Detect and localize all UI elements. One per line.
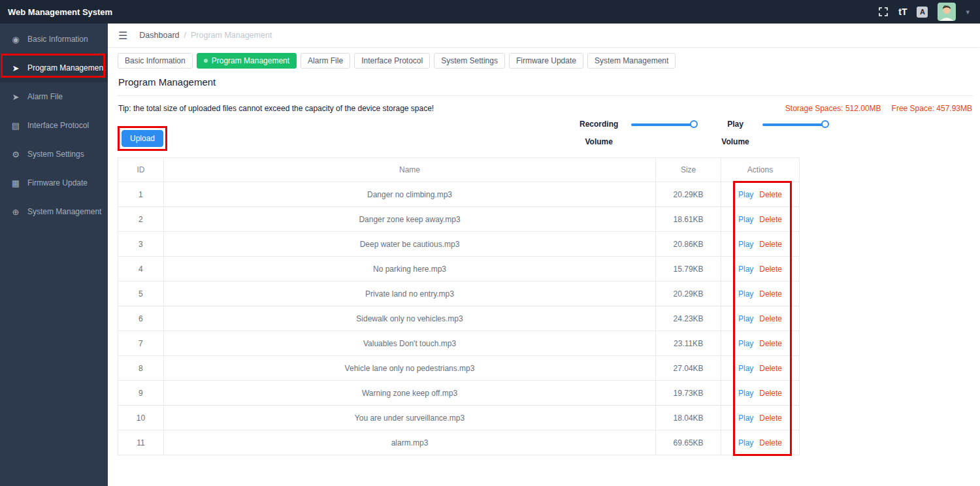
fullscreen-icon[interactable]: [878, 7, 889, 17]
cell-name: Deep water be cautious.mp3: [163, 232, 655, 257]
gear-icon: ⚙: [11, 150, 20, 159]
cell-actions: PlayDelete: [721, 381, 800, 406]
play-link[interactable]: Play: [738, 314, 753, 323]
cell-actions: PlayDelete: [721, 232, 800, 257]
tab-firmware-update[interactable]: Firmware Update: [509, 53, 583, 69]
play-link[interactable]: Play: [738, 240, 753, 249]
tab-interface-protocol[interactable]: Interface Protocol: [354, 53, 430, 69]
recording-label-line2: Volume: [585, 133, 612, 151]
play-link[interactable]: Play: [738, 190, 753, 199]
table-row: 11alarm.mp369.65KBPlayDelete: [118, 430, 800, 455]
cell-name: Vehicle lane only no pedestrians.mp3: [163, 356, 655, 381]
tab-system-management[interactable]: System Management: [587, 53, 676, 69]
sidebar-item-label: Firmware Update: [27, 178, 88, 187]
cell-name: Sidewalk only no vehicles.mp3: [163, 306, 655, 331]
collapse-menu-icon[interactable]: ☰: [118, 29, 127, 42]
tab-basic-information[interactable]: Basic Information: [118, 53, 193, 69]
header-name: Name: [163, 158, 655, 182]
play-link[interactable]: Play: [738, 364, 753, 373]
delete-link[interactable]: Delete: [759, 364, 782, 373]
delete-link[interactable]: Delete: [759, 190, 782, 199]
cell-actions: PlayDelete: [721, 207, 800, 232]
sidebar-item-program-management[interactable]: ➤Program Management: [0, 54, 108, 82]
delete-link[interactable]: Delete: [759, 339, 782, 348]
gauge-icon: ◉: [11, 35, 20, 44]
play-label-line2: Volume: [721, 133, 749, 151]
cell-name: Private land no entry.mp3: [163, 282, 655, 306]
topbar: Web Management System tT A ▾: [0, 0, 980, 24]
cell-id: 4: [118, 257, 164, 282]
delete-link[interactable]: Delete: [759, 413, 782, 423]
tab-system-settings[interactable]: System Settings: [434, 53, 505, 69]
main-content: ☰ Dashboard / Program Management Basic I…: [108, 24, 980, 486]
font-size-icon[interactable]: tT: [898, 7, 907, 17]
tab-label: System Management: [595, 56, 668, 65]
cell-id: 9: [118, 381, 164, 406]
table-row: 7Valuables Don't touch.mp323.11KBPlayDel…: [118, 331, 800, 356]
tab-label: Alarm File: [308, 56, 343, 65]
cell-id: 7: [118, 331, 164, 356]
cell-actions: PlayDelete: [721, 306, 800, 331]
recording-volume-slider[interactable]: [631, 123, 694, 126]
tab-alarm-file[interactable]: Alarm File: [301, 53, 350, 69]
header-size: Size: [656, 158, 721, 182]
storage-spaces-text: Storage Spaces: 512.00MB: [785, 104, 881, 113]
cell-size: 20.86KB: [656, 232, 721, 257]
free-space-text: Free Space: 457.93MB: [892, 104, 972, 113]
play-link[interactable]: Play: [738, 265, 753, 274]
cell-id: 1: [118, 182, 164, 207]
delete-link[interactable]: Delete: [759, 215, 782, 224]
play-link[interactable]: Play: [738, 215, 753, 224]
sidebar-item-alarm-file[interactable]: ➤Alarm File: [0, 82, 108, 111]
sidebar-item-firmware-update[interactable]: ▦Firmware Update: [0, 169, 108, 197]
table-header-row: ID Name Size Actions: [118, 158, 800, 182]
sidebar-item-system-settings[interactable]: ⚙System Settings: [0, 140, 108, 169]
sidebar-item-label: Alarm File: [27, 92, 63, 101]
play-link[interactable]: Play: [738, 413, 753, 423]
delete-link[interactable]: Delete: [759, 389, 782, 398]
globe-icon: ⊕: [11, 207, 20, 217]
chevron-down-icon[interactable]: ▾: [966, 8, 970, 16]
cell-size: 24.23KB: [656, 306, 721, 331]
cell-id: 11: [118, 430, 164, 455]
play-link[interactable]: Play: [738, 389, 753, 398]
recording-volume-group: Recording Volume: [580, 116, 694, 151]
cell-name: Valuables Don't touch.mp3: [163, 331, 655, 356]
play-link[interactable]: Play: [738, 339, 753, 348]
sidebar-item-system-management[interactable]: ⊕System Management: [0, 197, 108, 226]
volume-sliders: Recording Volume Play Volume: [580, 116, 825, 151]
delete-link[interactable]: Delete: [759, 314, 782, 323]
avatar[interactable]: [938, 3, 956, 21]
cell-actions: PlayDelete: [721, 406, 800, 430]
play-link[interactable]: Play: [738, 438, 753, 447]
tip-text: Tip: the total size of uploaded files ca…: [118, 104, 434, 113]
tab-label: System Settings: [441, 56, 498, 65]
tab-label: Firmware Update: [516, 56, 576, 65]
table-row: 6Sidewalk only no vehicles.mp324.23KBPla…: [118, 306, 800, 331]
table-row: 8Vehicle lane only no pedestrians.mp327.…: [118, 356, 800, 381]
table-row: 2Danger zone keep away.mp318.61KBPlayDel…: [118, 207, 800, 232]
recording-label-line1: Recording: [580, 116, 618, 133]
sidebar-item-label: Interface Protocol: [27, 121, 89, 130]
play-volume-label: Play Volume: [721, 116, 749, 151]
cell-name: Danger no climbing.mp3: [163, 182, 655, 207]
divider: [118, 95, 973, 96]
send-icon: ➤: [11, 63, 20, 73]
table-body: 1Danger no climbing.mp320.29KBPlayDelete…: [118, 182, 800, 455]
tab-program-management[interactable]: Program Management: [197, 53, 297, 69]
delete-link[interactable]: Delete: [759, 438, 782, 447]
delete-link[interactable]: Delete: [759, 240, 782, 249]
sidebar-item-label: System Settings: [27, 150, 84, 159]
play-volume-handle[interactable]: [821, 120, 829, 128]
language-icon[interactable]: A: [917, 7, 928, 18]
play-volume-slider[interactable]: [762, 123, 825, 126]
play-link[interactable]: Play: [738, 289, 753, 299]
sidebar-item-interface-protocol[interactable]: ▤Interface Protocol: [0, 111, 108, 140]
breadcrumb-dashboard[interactable]: Dashboard: [139, 31, 179, 40]
delete-link[interactable]: Delete: [759, 265, 782, 274]
delete-link[interactable]: Delete: [759, 289, 782, 299]
sidebar-item-basic-information[interactable]: ◉Basic Information: [0, 25, 108, 54]
upload-button[interactable]: Upload: [122, 130, 163, 147]
tab-bar: Basic InformationProgram ManagementAlarm…: [118, 53, 676, 69]
recording-volume-handle[interactable]: [690, 120, 698, 128]
